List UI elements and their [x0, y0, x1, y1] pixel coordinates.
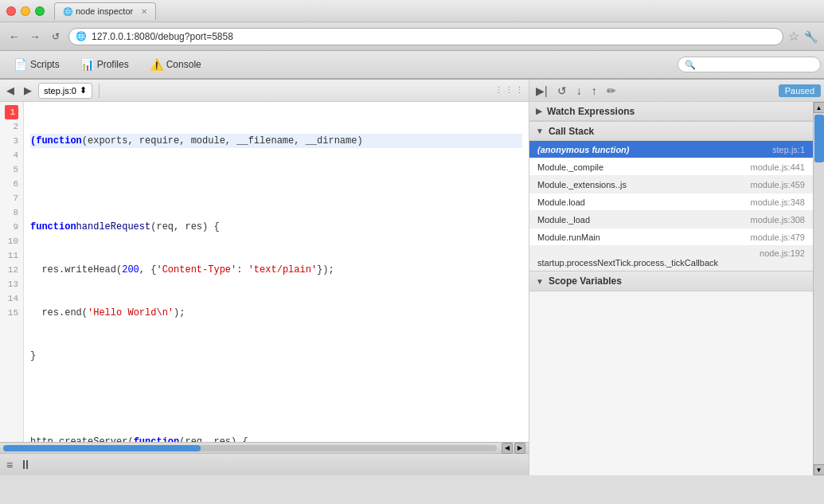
code-content: (function (exports, require, module, __f… [24, 102, 529, 442]
devtools-toolbar: 📄 Scripts 📊 Profiles ⚠️ Console 🔍 [0, 51, 824, 80]
code-lines: 1 2 3 4 5 6 7 8 9 10 11 12 13 14 15 [0, 102, 529, 442]
search-input[interactable] [699, 60, 814, 69]
watch-expressions-section: ▶ Watch Expressions [529, 102, 813, 122]
code-forward-button[interactable]: ▶ [21, 83, 35, 98]
minimize-button[interactable] [21, 6, 30, 16]
code-toolbar: ◀ ▶ step.js:0 ⬍ ⋮⋮⋮ [0, 80, 529, 102]
tab-scripts[interactable]: 📄 Scripts [3, 53, 70, 76]
bottom-toolbar: ≡ ⏸ [0, 453, 529, 475]
step-over-dbg-button[interactable]: ↺ [554, 83, 570, 99]
code-line-8: http.createServer(function (req, res) { [30, 435, 522, 442]
cs-name-3: Module.load [537, 197, 585, 207]
toolbar-separator [99, 84, 100, 98]
scripts-tab-label: Scripts [30, 59, 60, 70]
code-line-1: (function (exports, require, module, __f… [30, 134, 522, 148]
call-stack-item-5[interactable]: Module.runMain module.js:479 [529, 229, 813, 246]
watch-expressions-header[interactable]: ▶ Watch Expressions [529, 102, 813, 121]
scrollbar-thumb[interactable] [3, 445, 201, 451]
step-into-button[interactable]: ↓ [573, 83, 585, 99]
tab-close-icon[interactable]: ✕ [141, 7, 147, 16]
cs-name-5: Module.runMain [537, 232, 600, 242]
scroll-up-arrow[interactable]: ▲ [814, 102, 825, 113]
scroll-left-arrow[interactable]: ◀ [502, 443, 513, 454]
code-area[interactable]: 1 2 3 4 5 6 7 8 9 10 11 12 13 14 15 [0, 102, 529, 442]
pause-button[interactable]: ⏸ [19, 458, 32, 472]
console-tab-icon: ⚠️ [150, 58, 163, 71]
cs-name-0: (anonymous function) [537, 145, 630, 154]
code-line-5: res.end('Hello World\n'); [30, 306, 522, 320]
deactivate-button[interactable]: ✏ [603, 83, 619, 99]
scope-variables-section: ▼ Scope Variables [529, 272, 813, 291]
back-button[interactable]: ← [6, 29, 22, 45]
watch-expressions-label: Watch Expressions [547, 106, 635, 117]
debug-toolbar: ▶| ↺ ↓ ↑ ✏ Paused [529, 80, 824, 102]
scroll-thumb[interactable] [814, 115, 824, 162]
line-number-11: 11 [5, 248, 18, 263]
step-out-button[interactable]: ↑ [588, 83, 600, 99]
settings-wrench-icon[interactable]: 🔧 [804, 30, 818, 43]
line-numbers: 1 2 3 4 5 6 7 8 9 10 11 12 13 14 15 [0, 102, 24, 442]
close-button[interactable] [6, 6, 16, 16]
line-number-9: 9 [5, 220, 18, 234]
line-number-14: 14 [5, 291, 18, 306]
scroll-right-arrow[interactable]: ▶ [514, 443, 525, 454]
line-number-7: 7 [5, 191, 18, 205]
code-back-button[interactable]: ◀ [3, 83, 18, 98]
maximize-button[interactable] [35, 6, 45, 16]
code-line-3: function handleRequest(req, res) { [30, 220, 522, 234]
reload-button[interactable]: ↺ [48, 29, 64, 45]
right-panel-inner: ▶ Watch Expressions ▼ Call Stack (anonym… [529, 102, 824, 475]
bookmark-star-icon[interactable]: ☆ [788, 29, 799, 44]
call-stack-item-1[interactable]: Module._compile module.js:441 [529, 158, 813, 176]
scope-variables-arrow-icon: ▼ [536, 277, 544, 286]
scope-variables-label: Scope Variables [549, 275, 622, 287]
line-number-5: 5 [5, 162, 18, 177]
profiles-tab-icon: 📊 [80, 58, 94, 71]
scrollbar-track[interactable] [3, 445, 497, 451]
console-tab-label: Console [166, 59, 201, 70]
line-number-15: 15 [5, 306, 18, 320]
scope-variables-header[interactable]: ▼ Scope Variables [529, 272, 813, 291]
code-line-2 [30, 177, 522, 191]
call-stack-item-3[interactable]: Module.load module.js:348 [529, 193, 813, 211]
scroll-down-arrow[interactable]: ▼ [814, 464, 825, 475]
tab-console[interactable]: ⚠️ Console [139, 53, 212, 76]
url-bar[interactable]: 🌐 127.0.0.1:8080/debug?port=5858 [68, 28, 783, 45]
call-stack-item-6[interactable]: node.js:192startup.processNextTick.proce… [529, 246, 813, 271]
cs-name-1: Module._compile [537, 162, 603, 172]
cs-location-5: module.js:479 [751, 232, 806, 242]
line-number-8: 8 [5, 205, 18, 220]
line-number-6: 6 [5, 177, 18, 191]
search-icon: 🔍 [685, 60, 696, 70]
paused-badge: Paused [779, 84, 821, 97]
line-number-13: 13 [5, 277, 18, 291]
file-label: step.js:0 [44, 86, 76, 96]
right-panel: ▶| ↺ ↓ ↑ ✏ Paused ▶ Watch Expressions [529, 80, 824, 475]
address-bar: ← → ↺ 🌐 127.0.0.1:8080/debug?port=5858 ☆… [0, 22, 824, 51]
scroll-arrows: ◀ ▶ [502, 443, 525, 454]
call-stack-item-0[interactable]: (anonymous function) step.js:1 [529, 141, 813, 158]
profiles-tab-label: Profiles [97, 59, 129, 70]
call-stack-arrow-icon: ▼ [536, 127, 544, 135]
step-over-button[interactable]: ≡ [6, 459, 13, 471]
forward-button[interactable]: → [27, 29, 43, 45]
file-selector[interactable]: step.js:0 ⬍ [38, 83, 92, 99]
code-line-7 [30, 392, 522, 406]
scroll-track[interactable] [814, 113, 825, 464]
call-stack-item-2[interactable]: Module._extensions..js module.js:459 [529, 176, 813, 193]
right-scrollbar[interactable]: ▲ ▼ [813, 102, 824, 475]
tab-title: node inspector [76, 6, 133, 16]
devtools-search[interactable]: 🔍 [678, 57, 821, 72]
code-scrollbar[interactable]: ◀ ▶ [0, 442, 529, 453]
cs-location-3: module.js:348 [751, 197, 806, 207]
call-stack-header[interactable]: ▼ Call Stack [529, 122, 813, 141]
cs-name-4: Module._load [537, 215, 590, 225]
call-stack-item-4[interactable]: Module._load module.js:308 [529, 211, 813, 229]
watch-expressions-arrow-icon: ▶ [536, 107, 542, 115]
tab-profiles[interactable]: 📊 Profiles [70, 53, 139, 76]
browser-tab[interactable]: 🌐 node inspector ✕ [54, 2, 156, 20]
resume-button[interactable]: ▶| [533, 83, 551, 99]
code-panel: ◀ ▶ step.js:0 ⬍ ⋮⋮⋮ 1 2 3 4 5 6 7 8 [0, 80, 529, 475]
code-line-6: } [30, 349, 522, 363]
call-stack-section: ▼ Call Stack (anonymous function) step.j… [529, 122, 813, 272]
